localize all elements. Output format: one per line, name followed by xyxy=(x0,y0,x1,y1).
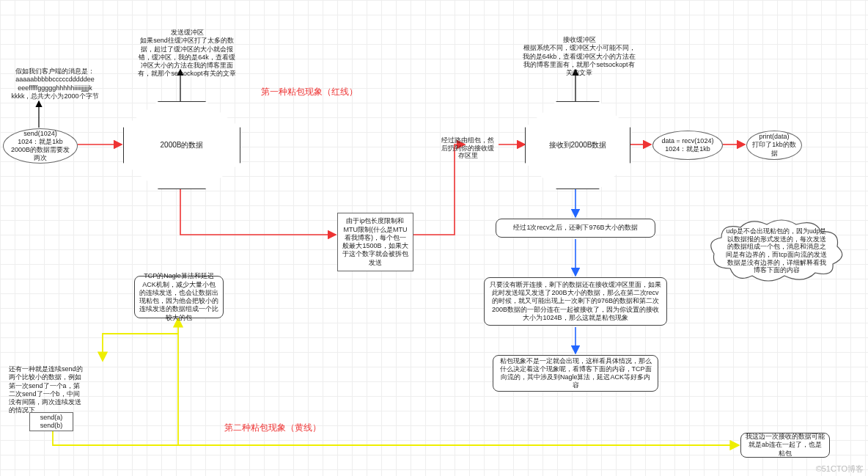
print-call: print(data)打印了1kb的数据 xyxy=(746,131,802,160)
route-note: 经过路由组包，然后扔到你的接收缓存区里 xyxy=(434,133,501,163)
title-red: 第一种粘包现象（红线） xyxy=(257,84,362,100)
small-send-note: 还有一种就是连续send的两个比较小的数据，例如第一次send了一个a，第二次s… xyxy=(4,362,89,418)
send-ab-box: send(a)send(b) xyxy=(29,412,73,431)
step3: 粘包现象不是一定就会出现，这样看具体情况，那么什么决定着这个现象呢，看博客下面的… xyxy=(493,355,658,392)
udp-cloud: udp是不会出现粘包的，因为udp是以数据报的形式发送的，每次发送的数据组成一个… xyxy=(708,219,845,283)
title-yellow: 第二种粘包现象（黄线） xyxy=(220,420,326,436)
merged-ab-box: 我这边一次接收的数据可能就是ab连在一起了，也是粘包 xyxy=(740,433,830,458)
watermark: ©51CTO博客 xyxy=(816,464,864,475)
recv-buffer-note: 接收缓冲区根据系统不同，缓冲区大小可能不同，我的是64kb，查看缓冲区大小的方法… xyxy=(517,33,641,80)
recv-call: data = recv(1024)1024：就是1kb xyxy=(652,131,723,160)
step1: 经过1次recv之后，还剩下976B大小的数据 xyxy=(496,219,655,238)
recv-buffer-octagon: 接收到2000B数据 xyxy=(525,101,630,189)
send-buffer-octagon: 2000B的数据 xyxy=(123,101,240,189)
client-msg-note: 假如我们客户端的消息是：aaaaabbbbbcccccdddddeeeeefff… xyxy=(4,65,106,103)
send-call: send(1024)1024：就是1kb2000B的数据需要发两次 xyxy=(3,128,78,164)
send-buffer-note: 发送缓冲区如果send往缓冲区打了太多的数据，超过了缓冲区的大小就会报错，缓冲区… xyxy=(132,26,242,81)
mtu-box: 由于ip包长度限制和MTU限制(什么是MTU看我博客)，每个包一般最大1500B… xyxy=(337,213,413,271)
nagle-box: TCP的Nagle算法和延迟ACK机制，减少大量小包的连续发送，也会让数据出现粘… xyxy=(134,276,224,318)
step2: 只要没有断开连接，剩下的数据还在接收缓冲区里面，如果此时发送端又发送了200B大… xyxy=(484,277,667,326)
